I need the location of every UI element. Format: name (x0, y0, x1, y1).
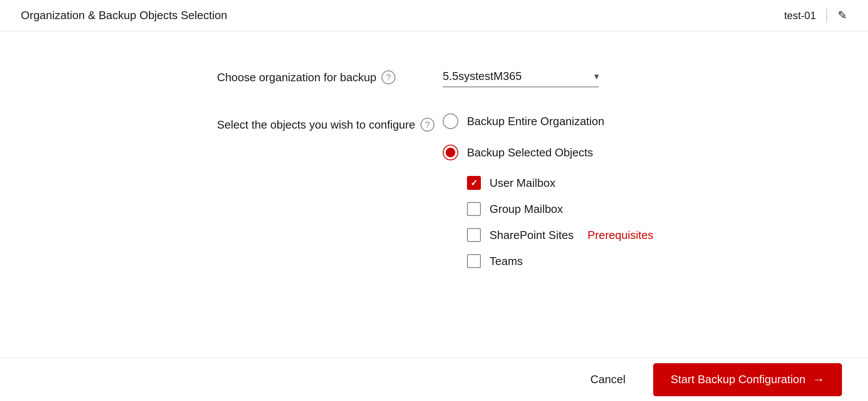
radio-entire-org[interactable]: Backup Entire Organization (443, 113, 653, 129)
checkbox-group-mailbox-box[interactable] (467, 202, 481, 216)
cancel-button[interactable]: Cancel (580, 368, 636, 391)
radio-selected-dot (446, 148, 455, 157)
checkbox-group: ✓ User Mailbox Group Mailbox SharePoint … (467, 176, 653, 268)
page-header: Organization & Backup Objects Selection … (0, 0, 868, 31)
start-backup-label: Start Backup Configuration (671, 373, 806, 386)
prerequisites-link[interactable]: Prerequisites (588, 229, 654, 242)
arrow-right-icon: → (812, 373, 825, 387)
header-divider (826, 9, 827, 23)
footer: Cancel Start Backup Configuration → (0, 358, 868, 401)
backup-options-group: Backup Entire Organization Backup Select… (443, 113, 653, 268)
page-title: Organization & Backup Objects Selection (21, 9, 227, 22)
org-help-icon[interactable]: ? (381, 70, 395, 84)
radio-selected-objects-button[interactable] (443, 145, 458, 160)
radio-entire-org-button[interactable] (443, 113, 458, 129)
radio-selected-objects[interactable]: Backup Selected Objects (443, 145, 653, 160)
checkbox-teams-box[interactable] (467, 254, 481, 268)
org-dropdown-value: 5.5systestM365 (443, 70, 589, 83)
start-backup-button[interactable]: Start Backup Configuration → (653, 363, 842, 396)
radio-entire-org-label: Backup Entire Organization (467, 115, 605, 128)
checkbox-teams[interactable]: Teams (467, 254, 653, 268)
header-right: test-01 ✎ (784, 9, 847, 23)
objects-help-icon[interactable]: ? (421, 118, 434, 132)
checkbox-sharepoint-label: SharePoint Sites (490, 229, 574, 242)
username-label: test-01 (784, 10, 816, 22)
objects-row: Select the objects you wish to configure… (217, 113, 868, 268)
checkbox-sharepoint-box[interactable] (467, 228, 481, 242)
objects-label: Select the objects you wish to configure… (217, 113, 443, 132)
objects-label-text: Select the objects you wish to configure (217, 118, 415, 132)
checkbox-sharepoint[interactable]: SharePoint Sites Prerequisites (467, 228, 653, 242)
radio-selected-objects-label: Backup Selected Objects (467, 146, 593, 159)
checkbox-group-mailbox[interactable]: Group Mailbox (467, 202, 653, 216)
edit-icon[interactable]: ✎ (838, 9, 847, 22)
org-label: Choose organization for backup ? (217, 66, 443, 84)
checkmark-icon: ✓ (470, 178, 478, 188)
checkbox-teams-label: Teams (490, 255, 523, 268)
org-row: Choose organization for backup ? 5.5syst… (217, 66, 868, 87)
chevron-down-icon: ▾ (594, 71, 599, 82)
main-content: Choose organization for backup ? 5.5syst… (0, 31, 868, 294)
checkbox-user-mailbox-label: User Mailbox (490, 176, 556, 190)
checkbox-user-mailbox[interactable]: ✓ User Mailbox (467, 176, 653, 190)
checkbox-user-mailbox-box[interactable]: ✓ (467, 176, 481, 190)
checkbox-group-mailbox-label: Group Mailbox (490, 202, 563, 216)
org-dropdown[interactable]: 5.5systestM365 ▾ (443, 66, 599, 87)
org-label-text: Choose organization for backup (217, 71, 376, 84)
